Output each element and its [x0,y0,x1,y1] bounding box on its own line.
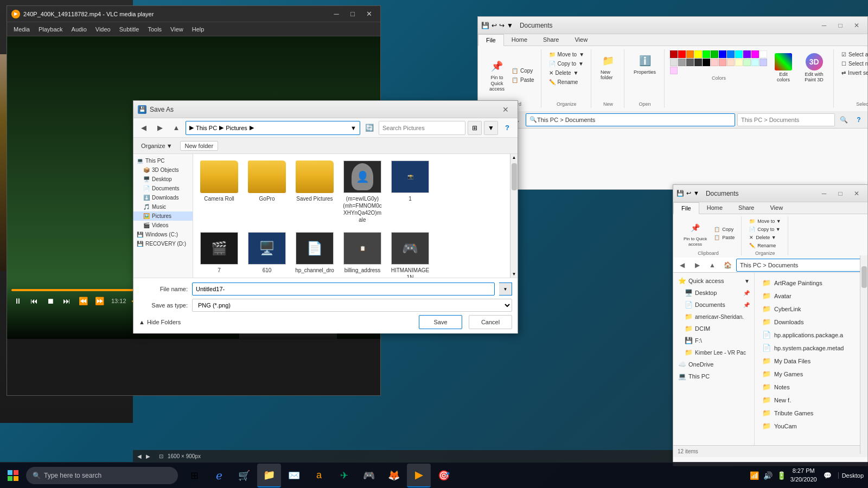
dialog-address-bar[interactable]: ▶ This PC ▶ Pictures ▶ ▼ [186,121,360,135]
secondary-nav-documents[interactable]: 📄 Documents 📌 [673,299,754,311]
dialog-forward-button[interactable]: ▶ [153,121,167,135]
save-button[interactable]: Save [419,315,462,329]
filename-dropdown-arrow[interactable]: ▼ [499,282,512,296]
secondary-up-btn[interactable]: ▲ [706,259,719,272]
secondary-scrollbar[interactable] [860,255,867,454]
dialog-scroll-thumb[interactable] [512,163,517,190]
screen-nav-btn2[interactable]: ▶ [146,453,150,459]
dialog-nav-videos[interactable]: 🎬 Videos [133,221,193,230]
secondary-tab-file[interactable]: File [673,202,699,214]
dialog-addr-dropdown-icon[interactable]: ▼ [350,125,356,131]
secondary-nav-thispc[interactable]: 💻 This PC [673,370,754,382]
dialog-addr-pictures[interactable]: Pictures [226,125,247,131]
secondary-paste-button[interactable]: 📋 Paste [712,234,737,241]
secondary-nav-kimber[interactable]: 📁 Kimber Lee - VR Pac [673,346,754,358]
secondary-copyto-button[interactable]: 📄 Copy to ▼ [747,226,783,233]
color-cell-nearblack[interactable] [694,59,702,66]
copy-button[interactable]: 📋 Copy [509,67,537,75]
organize-dropdown-button[interactable]: Organize ▼ [138,142,176,150]
color-cell-lightgray[interactable] [670,59,678,66]
secondary-delete-button[interactable]: ✕ Delete ▼ [747,234,783,241]
dialog-scroll-up[interactable]: ▲ [511,154,518,161]
image-billing-thumb[interactable]: 📋 billing_address [341,230,384,278]
color-cell-green[interactable] [711,50,718,58]
move-to-button[interactable]: 📁 Move to ▼ [547,50,586,59]
secondary-back-btn[interactable]: ◀ [675,259,688,272]
image-person-thumb[interactable]: 👤 (m=ewILG0y)(mh=FMNOM0cXHYnQa42O)male [341,158,384,226]
dialog-nav-music[interactable]: 🎵 Music [133,202,193,211]
taskbar-tripadvisor-button[interactable]: ✈ [332,464,356,487]
invert-selection-button[interactable]: ⇄ Invert selection [839,69,868,77]
folder-gopro[interactable]: GoPro [245,158,289,226]
savetype-select[interactable]: PNG (*.png) JPEG (*.jpg) BMP (*.bmp) [192,299,512,312]
secondary-copy-button[interactable]: 📋 Copy [712,226,737,233]
color-cell-peach[interactable] [727,59,735,66]
vlc-menu-media[interactable]: Media [9,25,34,34]
secondary-pin-button[interactable]: 📌 Pin to Quickaccess [680,217,711,249]
color-cell-lightcyan[interactable] [751,59,759,66]
vlc-pause-button[interactable]: ⏸ [11,294,24,307]
vlc-prev-button[interactable]: ⏮ [28,294,41,307]
help-button[interactable]: ? [852,113,865,126]
taskbar-mail-button[interactable]: ✉️ [282,464,306,487]
taskbar-amazon-button[interactable]: a [307,464,331,487]
image-screenshot-thumb[interactable]: 📸 1 [388,158,432,226]
image-7-thumb[interactable]: 🎬 7 [197,230,241,278]
dialog-back-button[interactable]: ◀ [137,121,151,135]
color-cell-orange[interactable] [686,50,694,58]
vlc-stop-button[interactable]: ⏹ [44,294,57,307]
color-cell-skyblue[interactable] [727,50,735,58]
select-none-button[interactable]: ☐ Select none [839,60,868,68]
save-icon[interactable]: 💾 [481,22,489,29]
secondary-forward-btn[interactable]: ▶ [691,259,704,272]
color-cell-cyan[interactable] [735,50,743,58]
secondary-rename-button[interactable]: ✏️ Rename [747,242,783,249]
taskbar-app6-button[interactable]: 🎮 [357,464,381,487]
taskbar-search-box[interactable]: 🔍 Type here to search [26,467,178,484]
paint-tab-view[interactable]: View [567,34,596,46]
color-cell-lime[interactable] [703,50,710,58]
color-cell-purple[interactable] [743,50,751,58]
taskbar-explorer-button[interactable]: 📁 [257,464,281,487]
taskbar-store-button[interactable]: 🛒 [232,464,256,487]
color-cell-darkred[interactable] [670,50,678,58]
dialog-nav-downloads[interactable]: ⬇️ Downloads [133,193,193,202]
undo-icon[interactable]: ↩ [492,22,497,29]
dialog-nav-thispc[interactable]: 💻 This PC [133,156,193,165]
secondary-addr-path[interactable]: This PC > Documents [736,259,865,272]
image-hp-thumb[interactable]: 📄 hp_channel_dro [293,230,336,278]
file-cyberlink[interactable]: 📁 CyberLink [759,303,863,315]
secondary-customize-icon[interactable]: ▼ [693,190,699,197]
dialog-nav-recovery[interactable]: 💾 RECOVERY (D:) [133,239,193,248]
taskbar-edge-button[interactable]: ℯ [207,464,231,487]
color-cell-lightyellow[interactable] [735,59,743,66]
paint-maximize-button[interactable]: □ [833,20,848,31]
color-cell-gray[interactable] [678,59,686,66]
dialog-new-folder-button[interactable]: New folder [180,141,219,151]
edit-paint3d-button[interactable]: 3D Edit with Paint 3D [799,50,829,85]
file-hp-system[interactable]: 📄 hp.system.package.metad [759,342,863,354]
color-cell-lightpink[interactable] [670,67,678,74]
cancel-button[interactable]: Cancel [469,315,512,329]
show-desktop-button[interactable]: Desktop [838,472,864,479]
secondary-tab-view[interactable]: View [762,202,791,214]
dialog-close-button[interactable]: ✕ [498,104,513,115]
search-input[interactable] [737,113,835,126]
secondary-tab-share[interactable]: Share [731,202,762,214]
delete-button[interactable]: ✕ Delete ▼ [547,69,586,77]
filename-input[interactable] [192,282,495,296]
vlc-menu-view[interactable]: View [166,25,188,34]
vlc-menu-subtitle[interactable]: Subtitle [115,25,144,34]
paint-close-button[interactable]: ✕ [849,20,864,31]
taskbar-vlc-button[interactable]: ▶ [407,464,431,487]
vlc-menu-video[interactable]: Video [91,25,115,34]
vlc-next-button[interactable]: ⏭ [60,294,73,307]
taskbar-network-icon[interactable]: 📶 [750,471,759,480]
vlc-slower-button[interactable]: ⏪ [76,294,90,307]
pin-quick-access-button[interactable]: 📌 Pin to Quick access [486,56,508,95]
dialog-nav-pictures[interactable]: 🖼️ Pictures [133,211,193,221]
color-cell-lavender[interactable] [760,59,767,66]
dialog-refresh-button[interactable]: 🔄 [362,121,376,135]
dialog-view-button[interactable]: ⊞ [468,121,482,135]
paint-tab-file[interactable]: File [478,34,504,46]
